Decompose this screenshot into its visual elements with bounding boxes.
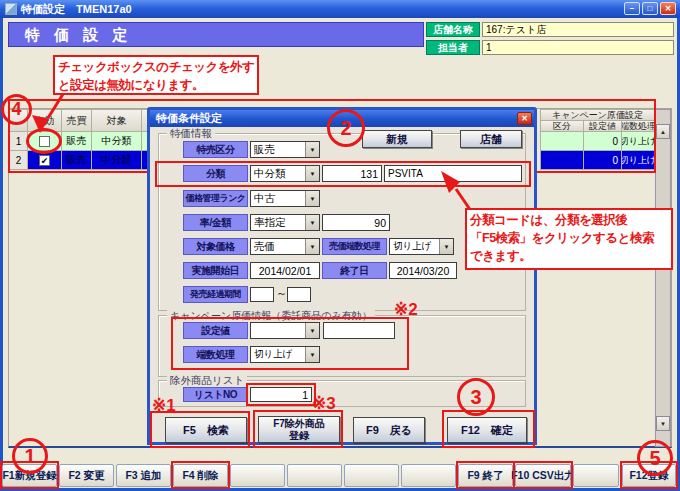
store-name-label: 店舗名称 (426, 22, 480, 37)
annotation-circle-1: 1 (12, 438, 48, 474)
window-title-bar: 特価設定 TMEN17a0 − □ ✕ (0, 0, 680, 18)
annotation-circle-4: 4 (1, 94, 32, 125)
f9-back-button[interactable]: F9 戻る (353, 417, 425, 443)
store-button[interactable]: 店舗 (460, 130, 522, 148)
app-icon (5, 3, 17, 15)
new-button[interactable]: 新規 (362, 130, 432, 148)
annotation-note-checkbox: チェックボックスのチェックを外す と設定は無効になります。 (53, 55, 259, 95)
price-hasu-label: 売価端数処理 (322, 238, 387, 255)
annotation-f7-redbox (253, 410, 343, 448)
dropdown-arrow-icon[interactable]: ▼ (305, 191, 319, 206)
minimize-button[interactable]: − (624, 2, 640, 15)
dialog-close-button[interactable]: ✕ (517, 112, 532, 125)
page-title: 特 価 設 定 (8, 22, 424, 47)
period-to-field[interactable] (287, 287, 311, 302)
tokubai-kubun-dropdown[interactable]: 販売▼ (250, 141, 320, 158)
fkey-empty-slot (230, 464, 285, 487)
window-title: 特価設定 TMEN17a0 (21, 0, 132, 18)
scroll-up-icon[interactable]: ▲ (656, 124, 670, 139)
end-date-field[interactable]: 2014/03/20 (389, 262, 457, 279)
rate-dropdown[interactable]: 率指定▼ (250, 214, 320, 231)
price-target-label: 対象価格 (183, 238, 248, 255)
dropdown-arrow-icon[interactable]: ▼ (439, 239, 453, 254)
annotation-circle-5: 5 (637, 440, 673, 476)
period-tilde: ～ (276, 286, 287, 301)
end-date-label: 終了日 (322, 262, 387, 279)
period-from-field[interactable] (250, 287, 274, 302)
group-exclude-label: 除外商品リスト (167, 374, 247, 388)
rank-label: 価格管理ランク (183, 190, 248, 207)
annotation-f12-redbox (442, 410, 535, 448)
annotation-listno-redbox (246, 383, 316, 406)
staff-label: 担当者 (426, 40, 480, 55)
price-hasu-dropdown[interactable]: 切り上げ▼ (389, 238, 454, 255)
annotation-f5-redbox (150, 411, 250, 448)
staff-field[interactable]: 1 (482, 40, 674, 55)
period-label: 発売経過期間 (183, 286, 248, 303)
annotation-circle-3: 3 (457, 378, 495, 416)
note2-line1: 分類コードは、分類を選択後 (470, 211, 668, 229)
window-close-button[interactable]: ✕ (660, 2, 676, 15)
annotation-f9-redbox (456, 461, 515, 489)
dropdown-arrow-icon[interactable]: ▼ (305, 239, 319, 254)
fkey-empty-slot (401, 464, 456, 487)
dropdown-arrow-icon[interactable]: ▼ (305, 142, 319, 157)
maximize-button[interactable]: □ (642, 2, 658, 15)
annotation-circle-2: 2 (327, 109, 365, 147)
annotation-campaign-redbox (171, 317, 409, 370)
note1-line2: と設定は無効になります。 (58, 76, 254, 94)
list-no-label: リストNO (183, 387, 248, 402)
rank-dropdown[interactable]: 中古▼ (250, 190, 320, 207)
dropdown-arrow-icon[interactable]: ▼ (305, 215, 319, 230)
fkey-empty-slot (573, 464, 619, 487)
note2-line3: できます。 (470, 247, 668, 265)
rate-amount-field[interactable]: 90 (322, 214, 390, 231)
note2-line2: 「F5検索」をクリックすると検索 (470, 229, 668, 247)
f3-add-button[interactable]: F3 追加 (116, 464, 171, 487)
annotation-star3: ※3 (312, 393, 336, 414)
note1-line1: チェックボックスのチェックを外す (58, 58, 254, 76)
start-date-label: 実施開始日 (183, 262, 248, 279)
annotation-note-category: 分類コードは、分類を選択後 「F5検索」をクリックすると検索 できます。 (465, 208, 673, 270)
price-target-dropdown[interactable]: 売価▼ (250, 238, 320, 255)
annotation-star2: ※2 (394, 299, 418, 320)
store-name-field[interactable]: 167:テスト店 (482, 22, 674, 37)
annotation-checkbox-ellipse (26, 128, 62, 154)
f2-change-button[interactable]: F2 変更 (59, 464, 114, 487)
annotation-star1: ※1 (152, 395, 176, 416)
app-window: 特価設定 TMEN17a0 − □ ✕ 特 価 設 定 店舗名称 167:テスト… (0, 0, 680, 491)
tokubai-kubun-label: 特売区分 (183, 141, 248, 158)
scroll-down-icon[interactable]: ▼ (656, 416, 670, 431)
start-date-field[interactable]: 2014/02/01 (250, 262, 320, 279)
annotation-f10-redbox (513, 461, 573, 489)
rate-label: 率/金額 (183, 214, 248, 231)
annotation-f4-redbox (171, 461, 230, 489)
fkey-empty-slot (344, 464, 399, 487)
fkey-empty-slot (287, 464, 342, 487)
group-tokka-info-label: 特価情報 (167, 127, 215, 141)
vertical-scrollbar[interactable]: ▲ ▼ (655, 109, 671, 447)
annotation-bunrui-redbox (155, 161, 531, 187)
